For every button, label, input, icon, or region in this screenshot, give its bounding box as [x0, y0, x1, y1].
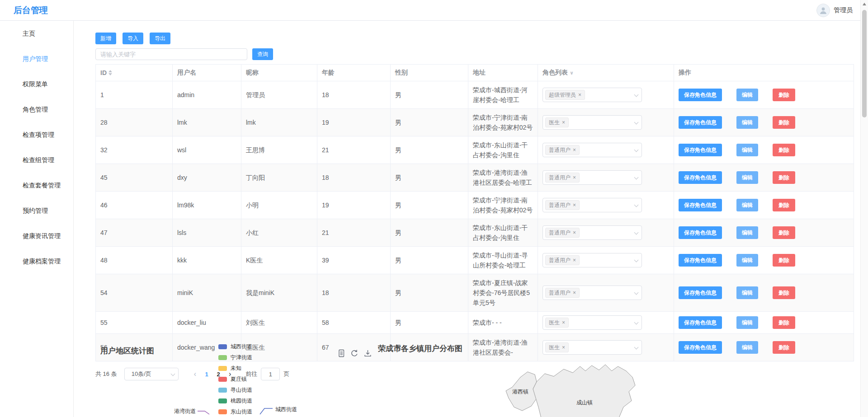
scroll-up-arrow[interactable]: [863, 3, 866, 5]
sidebar-item[interactable]: 预约管理: [0, 198, 73, 223]
save-role-button[interactable]: 保存角色信息: [679, 144, 722, 156]
delete-button[interactable]: 删除: [773, 254, 795, 267]
column-header: 用户名: [173, 65, 241, 81]
edit-button[interactable]: 编辑: [736, 316, 758, 329]
save-role-button[interactable]: 保存角色信息: [679, 171, 722, 184]
role-select[interactable]: 普通用户 ×: [542, 225, 642, 240]
tag-close-icon[interactable]: ×: [573, 202, 576, 208]
legend-item[interactable]: 城西街道: [218, 343, 252, 350]
search-input[interactable]: [95, 48, 247, 60]
edit-button[interactable]: 编辑: [736, 199, 758, 211]
cell-roles: 普通用户 ×: [538, 274, 674, 311]
sidebar-item[interactable]: 健康档案管理: [0, 248, 73, 274]
legend-label: 桃园街道: [231, 397, 252, 405]
sort-icon[interactable]: [108, 70, 112, 75]
cell-nickname: lmk: [241, 109, 317, 136]
toolbar-button[interactable]: 导入: [123, 33, 143, 44]
vertical-scrollbar[interactable]: [860, 0, 868, 417]
toolbar-button[interactable]: 新增: [95, 33, 116, 44]
save-role-button[interactable]: 保存角色信息: [679, 116, 722, 129]
save-role-button[interactable]: 保存角色信息: [679, 316, 722, 329]
user-menu[interactable]: 管理员: [816, 0, 853, 21]
tag-close-icon[interactable]: ×: [573, 230, 576, 235]
delete-button[interactable]: 删除: [773, 116, 795, 129]
sidebar-item[interactable]: 健康资讯管理: [0, 223, 73, 248]
sidebar-item[interactable]: 检查套餐管理: [0, 173, 73, 198]
toolbar-button[interactable]: 导出: [150, 33, 170, 44]
role-select[interactable]: 普通用户 ×: [542, 198, 642, 212]
delete-button[interactable]: 删除: [773, 171, 795, 184]
delete-button[interactable]: 删除: [773, 199, 795, 211]
edit-button[interactable]: 编辑: [736, 144, 758, 156]
sidebar-item[interactable]: 用户管理: [0, 46, 73, 71]
sidebar-item-label: 检查项管理: [23, 131, 54, 138]
table-row: 54 miniK 我是miniK 18 男 荣成市-夏庄镇-战家村委会-76号居…: [96, 274, 854, 312]
legend-item[interactable]: 桃园街道: [218, 398, 252, 404]
delete-button[interactable]: 删除: [773, 316, 795, 329]
column-header: 操作: [674, 65, 853, 81]
role-select[interactable]: 超级管理员 ×: [542, 88, 642, 102]
tag-close-icon[interactable]: ×: [573, 258, 576, 263]
role-select[interactable]: 医生 ×: [542, 315, 642, 330]
search-button[interactable]: 查询: [252, 48, 273, 60]
sidebar-item[interactable]: 检查项管理: [0, 122, 73, 147]
legend-item[interactable]: 宁津街道: [218, 354, 252, 361]
role-tag-label: 超级管理员: [549, 90, 576, 100]
tag-close-icon[interactable]: ×: [562, 120, 565, 125]
tag-close-icon[interactable]: ×: [578, 92, 581, 98]
edit-button[interactable]: 编辑: [736, 286, 758, 299]
role-select[interactable]: 普通用户 ×: [542, 170, 642, 185]
tag-close-icon[interactable]: ×: [562, 320, 565, 325]
legend-item[interactable]: 未知: [218, 365, 252, 371]
role-select[interactable]: 普通用户 ×: [542, 143, 642, 157]
cell-address: 荣成市-城西街道-河崖村委会-哈理工: [468, 81, 538, 108]
download-icon[interactable]: [364, 349, 372, 357]
cell-gender: 男: [391, 247, 468, 274]
tag-close-icon[interactable]: ×: [573, 290, 576, 295]
edit-button[interactable]: 编辑: [736, 89, 758, 101]
cell-username: miniK: [173, 274, 241, 311]
legend-swatch: [218, 366, 227, 371]
sidebar-item[interactable]: 检查组管理: [0, 147, 73, 173]
cell-roles: 普通用户 ×: [538, 164, 674, 191]
data-view-icon[interactable]: [338, 349, 345, 357]
table-row: 1 admin 管理员 18 男 荣成市-城西街道-河崖村委会-哈理工 超级管理…: [96, 81, 854, 109]
edit-button[interactable]: 编辑: [736, 226, 758, 239]
cell-roles: 普通用户 ×: [538, 219, 674, 246]
column-header-label: 性别: [395, 69, 408, 77]
edit-button[interactable]: 编辑: [736, 254, 758, 267]
delete-button[interactable]: 删除: [773, 286, 795, 299]
refresh-icon[interactable]: [350, 349, 359, 357]
sidebar-item[interactable]: 角色管理: [0, 97, 73, 122]
column-header-label: 角色列表: [542, 69, 568, 77]
edit-button[interactable]: 编辑: [736, 171, 758, 184]
role-select[interactable]: 医生 ×: [542, 115, 642, 130]
callout-line: [198, 408, 213, 415]
map-region-chengshan[interactable]: [533, 365, 635, 417]
sidebar-item[interactable]: 权限菜单: [0, 71, 73, 97]
legend-item[interactable]: 夏庄镇: [218, 376, 252, 382]
filter-caret-icon[interactable]: ∨: [570, 70, 574, 76]
delete-button[interactable]: 删除: [773, 89, 795, 101]
avatar: [816, 4, 830, 17]
legend-swatch: [218, 409, 227, 414]
delete-button[interactable]: 删除: [773, 144, 795, 156]
role-select[interactable]: 普通用户 ×: [542, 253, 642, 267]
edit-button[interactable]: 编辑: [736, 116, 758, 129]
chevron-down-icon: [634, 120, 639, 125]
delete-button[interactable]: 删除: [773, 226, 795, 239]
save-role-button[interactable]: 保存角色信息: [679, 89, 722, 101]
save-role-button[interactable]: 保存角色信息: [679, 199, 722, 211]
legend-item[interactable]: 寻山街道: [218, 387, 252, 393]
save-role-button[interactable]: 保存角色信息: [679, 226, 722, 239]
legend-item[interactable]: 东山街道: [218, 408, 252, 415]
role-select[interactable]: 普通用户 ×: [542, 286, 642, 300]
save-role-button[interactable]: 保存角色信息: [679, 286, 722, 299]
save-role-button[interactable]: 保存角色信息: [679, 254, 722, 267]
tag-close-icon[interactable]: ×: [573, 147, 576, 153]
table-row: 28 lmk lmk 19 男 荣成市-宁津街道-南泊村委会-苑家村02号 医生…: [96, 109, 854, 136]
cell-gender: 男: [391, 312, 468, 333]
sidebar-item[interactable]: 主页: [0, 21, 73, 46]
tag-close-icon[interactable]: ×: [573, 175, 576, 180]
scrollbar-thumb[interactable]: [862, 10, 867, 117]
